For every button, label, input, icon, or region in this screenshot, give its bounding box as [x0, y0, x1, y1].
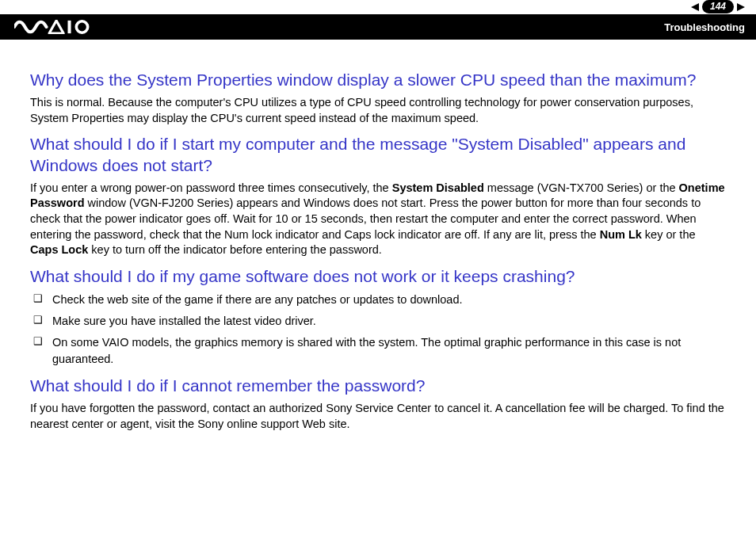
section-title: Troubleshooting [664, 21, 745, 33]
answer-text: If you enter a wrong power-on password t… [30, 181, 392, 194]
manual-page: 144 Troubleshooting Why does the System … [0, 0, 756, 534]
bold-term: System Disabled [392, 181, 484, 194]
faq-answer: If you enter a wrong power-on password t… [30, 181, 726, 258]
svg-marker-0 [49, 21, 63, 33]
bold-term: Num Lk [600, 228, 642, 241]
answer-text: message (VGN-TX700 Series) or the [484, 181, 679, 194]
page-nav: 144 [691, 0, 745, 13]
header-bar: Troubleshooting [0, 14, 756, 40]
faq-question: What should I do if my game software doe… [30, 266, 726, 287]
list-item: Check the web site of the game if there … [30, 292, 726, 308]
svg-point-2 [76, 21, 87, 32]
answer-text: key to turn off the indicator before ent… [88, 243, 382, 256]
list-item: On some VAIO models, the graphics memory… [30, 334, 726, 368]
faq-question: Why does the System Properties window di… [30, 70, 726, 90]
vaio-logo [14, 20, 93, 34]
svg-rect-1 [68, 21, 71, 33]
page-number-badge: 144 [702, 0, 734, 13]
faq-question: What should I do if I start my computer … [30, 134, 726, 176]
faq-answer: This is normal. Because the computer's C… [30, 95, 726, 126]
faq-question: What should I do if I cannot remember th… [30, 376, 726, 396]
bold-term: Caps Lock [30, 243, 88, 256]
faq-answer: If you have forgotten the password, cont… [30, 401, 726, 432]
page-header: 144 Troubleshooting [0, 0, 756, 40]
page-content: Why does the System Properties window di… [0, 40, 756, 432]
prev-page-arrow-icon[interactable] [691, 3, 699, 11]
answer-text: key or the [642, 228, 696, 241]
list-item: Make sure you have installed the latest … [30, 313, 726, 330]
next-page-arrow-icon[interactable] [737, 3, 745, 11]
bullet-list: Check the web site of the game if there … [30, 292, 726, 368]
